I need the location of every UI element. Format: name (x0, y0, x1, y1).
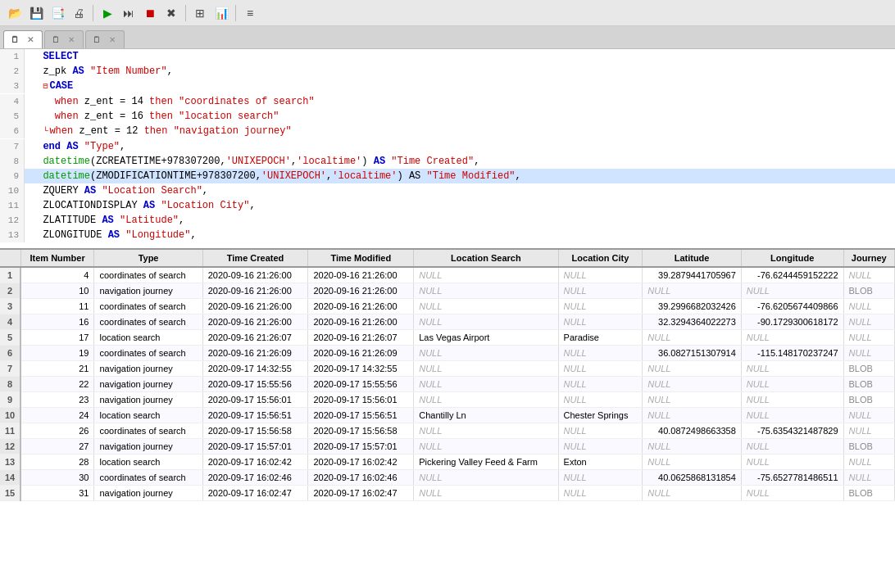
sql-line-1: 1 SELECT (0, 49, 895, 64)
table-cell: NULL (741, 330, 843, 346)
row-number: 5 (0, 330, 20, 346)
table-cell: NULL (741, 392, 843, 408)
table-cell: -75.6354321487829 (741, 423, 843, 439)
table-cell: 2020-09-16 21:26:00 (202, 283, 308, 299)
table-cell: NULL (643, 455, 742, 470)
print-button[interactable]: 🖨 (69, 3, 89, 23)
table-row[interactable]: 1126coordinates of search2020-09-17 15:5… (0, 423, 895, 439)
table-cell: 2020-09-16 21:26:00 (308, 283, 414, 299)
table-cell: NULL (414, 377, 558, 392)
format-button[interactable]: ≡ (240, 3, 260, 23)
table-cell: 23 (20, 392, 94, 408)
table-cell: location search (94, 330, 202, 346)
table-cell: NULL (414, 470, 558, 486)
sql-editor[interactable]: 1 SELECT 2 z_pk AS "Item Number", 3 ⊟CAS… (0, 49, 895, 250)
table-cell: 32.3294364022273 (643, 314, 742, 330)
table-cell: NULL (643, 377, 742, 392)
tab-close-1[interactable]: ✕ (25, 35, 35, 44)
table-row[interactable]: 210navigation journey2020-09-16 21:26:00… (0, 283, 895, 299)
table-row[interactable]: 1531navigation journey2020-09-17 16:02:4… (0, 486, 895, 501)
table-cell: 2020-09-17 15:56:01 (202, 392, 308, 408)
row-number: 12 (0, 439, 20, 455)
table-cell: NULL (843, 314, 894, 330)
sql-line-7: 7 end AS "Type", (0, 139, 895, 154)
sql-line-12: 12 ZLATITUDE AS "Latitude", (0, 213, 895, 228)
table-cell: coordinates of search (94, 314, 202, 330)
table-cell: Las Vegas Airport (414, 330, 558, 346)
table-cell: 10 (20, 283, 94, 299)
tab-sql3[interactable]: 🗒 ✕ (44, 30, 84, 48)
table-cell: coordinates of search (94, 346, 202, 361)
table-cell: NULL (741, 408, 843, 423)
col-header-time-modified: Time Modified (308, 250, 414, 267)
collapse-btn-case[interactable]: ⊟ (43, 82, 48, 91)
table-row[interactable]: 923navigation journey2020-09-17 15:56:01… (0, 392, 895, 408)
row-number: 11 (0, 423, 20, 439)
collapse-btn-when[interactable]: └ (43, 127, 48, 136)
tab-close-4[interactable]: ✕ (107, 35, 117, 44)
open-file-button[interactable]: 📂 (5, 3, 25, 23)
results-area[interactable]: Item Number Type Time Created Time Modif… (0, 250, 895, 588)
table-cell: NULL (414, 267, 558, 283)
sql-line-8: 8 datetime(ZCREATETIME+978307200,'UNIXEP… (0, 154, 895, 169)
table-row[interactable]: 1430coordinates of search2020-09-17 16:0… (0, 470, 895, 486)
table-row[interactable]: 14coordinates of search2020-09-16 21:26:… (0, 267, 895, 283)
table-cell: NULL (558, 314, 643, 330)
table-cell: 2020-09-17 16:02:46 (202, 470, 308, 486)
table-cell: NULL (643, 283, 742, 299)
table-cell: 2020-09-17 16:02:42 (308, 455, 414, 470)
tabs-bar: 🗒 ✕ 🗒 ✕ 🗒 ✕ (0, 26, 895, 49)
copy-grid-button[interactable]: ⊞ (190, 3, 210, 23)
row-number: 15 (0, 486, 20, 501)
cancel-button[interactable]: ✖ (161, 3, 181, 23)
table-cell: NULL (414, 439, 558, 455)
save-as-button[interactable]: 📑 (48, 3, 67, 23)
stop-button[interactable]: ⏹ (140, 3, 160, 23)
table-row[interactable]: 517location search2020-09-16 21:26:07202… (0, 330, 895, 346)
table-cell: NULL (558, 392, 643, 408)
table-row[interactable]: 416coordinates of search2020-09-16 21:26… (0, 314, 895, 330)
table-cell: 40.0872498663358 (643, 423, 742, 439)
table-cell: coordinates of search (94, 423, 202, 439)
save-button[interactable]: 💾 (26, 3, 46, 23)
table-row[interactable]: 721navigation journey2020-09-17 14:32:55… (0, 361, 895, 377)
table-cell: 2020-09-16 21:26:00 (308, 299, 414, 314)
table-cell: NULL (414, 314, 558, 330)
table-row[interactable]: 311coordinates of search2020-09-16 21:26… (0, 299, 895, 314)
sql-line-13: 13 ZLONGITUDE AS "Longitude", (0, 228, 895, 242)
table-row[interactable]: 1328location search2020-09-17 16:02:4220… (0, 455, 895, 470)
table-cell: 2020-09-17 15:56:58 (202, 423, 308, 439)
table-row[interactable]: 1024location search2020-09-17 15:56:5120… (0, 408, 895, 423)
table-cell: 2020-09-17 14:32:55 (308, 361, 414, 377)
col-header-journey: Journey (843, 250, 894, 267)
table-cell: 28 (20, 455, 94, 470)
col-header-location-city: Location City (558, 250, 643, 267)
table-cell: Paradise (558, 330, 643, 346)
table-cell: 2020-09-17 16:02:46 (308, 470, 414, 486)
run-button[interactable]: ▶ (98, 3, 117, 23)
tab-sql1[interactable]: 🗒 ✕ (3, 30, 43, 48)
sql-line-10: 10 ZQUERY AS "Location Search", (0, 183, 895, 198)
table-cell: Chantilly Ln (414, 408, 558, 423)
table-cell: 36.0827151307914 (643, 346, 742, 361)
next-button[interactable]: ⏭ (119, 3, 139, 23)
col-header-latitude: Latitude (643, 250, 742, 267)
row-number: 2 (0, 283, 20, 299)
row-number: 3 (0, 299, 20, 314)
table-row[interactable]: 1227navigation journey2020-09-17 15:57:0… (0, 439, 895, 455)
table-cell: 2020-09-16 21:26:09 (202, 346, 308, 361)
table-cell: NULL (414, 486, 558, 501)
sql-line-3: 3 ⊟CASE (0, 79, 895, 94)
table-cell: navigation journey (94, 283, 202, 299)
table-cell: 16 (20, 314, 94, 330)
table-cell: NULL (643, 330, 742, 346)
table-row[interactable]: 822navigation journey2020-09-17 15:55:56… (0, 377, 895, 392)
export-button[interactable]: 📊 (211, 3, 231, 23)
tab-close-3[interactable]: ✕ (66, 35, 76, 44)
table-cell: navigation journey (94, 439, 202, 455)
table-cell: 2020-09-17 15:56:58 (308, 423, 414, 439)
table-row[interactable]: 619coordinates of search2020-09-16 21:26… (0, 346, 895, 361)
tab-sql4[interactable]: 🗒 ✕ (85, 30, 125, 48)
sql-icon-3: 🗒 (52, 35, 60, 44)
table-cell: BLOB (843, 283, 894, 299)
